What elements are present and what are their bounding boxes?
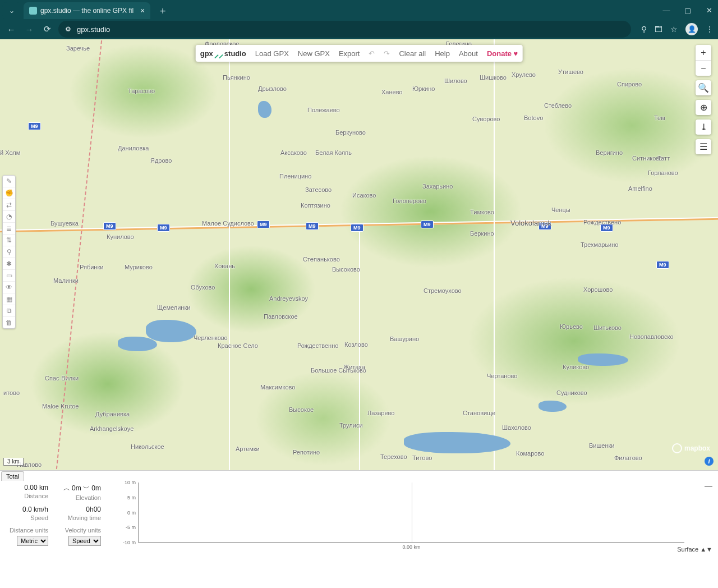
tab-search-button[interactable]: ⌄ bbox=[2, 2, 21, 19]
place-label: Степаньково bbox=[303, 256, 340, 263]
place-label: Юрьево bbox=[560, 323, 583, 330]
velocity-units-select[interactable]: Speed bbox=[68, 536, 101, 546]
place-label: Шилово bbox=[444, 77, 467, 84]
tool-edit-icon[interactable]: ✎ bbox=[3, 176, 15, 187]
place-label: Стеблево bbox=[544, 102, 572, 109]
tool-hide-icon[interactable]: 👁 bbox=[3, 282, 15, 293]
elevation-label: Elevation bbox=[76, 494, 101, 501]
collapse-chart-icon[interactable]: — bbox=[705, 481, 712, 490]
chart-y-tick: -10 m bbox=[123, 540, 136, 545]
new-tab-button[interactable]: + bbox=[155, 3, 171, 19]
close-tab-icon[interactable]: × bbox=[140, 6, 145, 15]
place-label: итово bbox=[3, 389, 20, 396]
download-icon[interactable]: ⤓ bbox=[696, 120, 711, 135]
place-label: Малинки bbox=[53, 277, 79, 284]
menu-export[interactable]: Export bbox=[339, 49, 360, 58]
tool-timer-icon[interactable]: ◔ bbox=[3, 211, 15, 223]
tool-route-icon[interactable]: ⇄ bbox=[3, 199, 15, 211]
url-bar[interactable]: ⚙ gpx.studio bbox=[58, 21, 631, 38]
site-settings-icon[interactable]: ⚙ bbox=[65, 25, 71, 33]
place-label: Утишево bbox=[558, 68, 583, 75]
place-label: Терехово bbox=[380, 453, 407, 460]
menu-about[interactable]: About bbox=[459, 49, 478, 58]
place-label: Куликово bbox=[563, 364, 589, 370]
tool-delete-icon[interactable]: 🗑 bbox=[3, 317, 15, 328]
distance-value: 0.00 km bbox=[24, 484, 48, 491]
locate-icon[interactable]: ⊕ bbox=[696, 100, 711, 115]
place-label: Дрызлово bbox=[258, 85, 287, 92]
mapbox-icon bbox=[672, 443, 682, 453]
mapbox-logo[interactable]: mapbox bbox=[672, 443, 710, 453]
app-logo[interactable]: gpx ⸝⸝ studio bbox=[200, 48, 246, 58]
total-tab[interactable]: Total bbox=[1, 471, 24, 481]
menu-donate[interactable]: Donate ♥ bbox=[487, 49, 518, 58]
distance-units-select[interactable]: Metric bbox=[17, 536, 48, 546]
nav-reload-icon[interactable]: ⟳ bbox=[40, 24, 54, 34]
window-minimize-icon[interactable]: ― bbox=[661, 6, 672, 15]
tool-image-icon[interactable]: ▦ bbox=[3, 293, 15, 305]
place-label: Volokolamsk bbox=[510, 219, 551, 227]
zoom-out-button[interactable]: − bbox=[696, 60, 711, 76]
menu-load-gpx[interactable]: Load GPX bbox=[255, 49, 289, 58]
tool-merge-icon[interactable]: ⧉ bbox=[3, 305, 15, 317]
place-label: Рождествено bbox=[583, 219, 621, 226]
place-label: Максимково bbox=[260, 384, 295, 391]
place-label: Беркуново bbox=[335, 129, 366, 136]
place-label: Чертаново bbox=[487, 373, 517, 379]
tool-waypoint-icon[interactable]: ⚲ bbox=[3, 246, 15, 258]
zoom-in-button[interactable]: + bbox=[696, 45, 711, 60]
menu-new-gpx[interactable]: New GPX bbox=[298, 49, 330, 58]
chart-plot[interactable]: 0.00 km bbox=[138, 483, 684, 543]
map-controls: + − 🔍 ⊕ ⤓ ☰ bbox=[696, 45, 711, 154]
place-label: Тем bbox=[654, 114, 665, 121]
place-label: Хрулево bbox=[512, 71, 536, 78]
place-label: Никольское bbox=[131, 443, 164, 450]
search-icon[interactable]: 🔍 bbox=[696, 80, 711, 95]
place-label: Рождественно bbox=[297, 342, 338, 349]
place-label: Голоперово bbox=[393, 197, 426, 204]
tool-reverse-icon[interactable]: ⇅ bbox=[3, 235, 15, 246]
place-label: Andreyevskoy bbox=[269, 295, 308, 302]
surface-toggle[interactable]: Surface ▲▼ bbox=[677, 546, 712, 553]
place-label: Белая Колпь bbox=[315, 149, 352, 156]
url-text: gpx.studio bbox=[77, 25, 110, 34]
undo-icon[interactable]: ↶ bbox=[369, 49, 375, 58]
tool-hand-icon[interactable]: ✊ bbox=[3, 187, 15, 199]
nav-back-icon[interactable]: ← bbox=[4, 25, 18, 34]
chart-y-tick: -5 m bbox=[126, 525, 136, 530]
browser-tab[interactable]: gpx.studio — the online GPX fil × bbox=[24, 2, 150, 19]
redo-icon[interactable]: ↷ bbox=[384, 49, 390, 58]
place-label: Пьянкино bbox=[223, 74, 250, 81]
left-toolbar: ✎ ✊ ⇄ ◔ ≣ ⇅ ⚲ ✱ ▭ 👁 ▦ ⧉ 🗑 bbox=[2, 175, 16, 329]
layers-icon[interactable]: ☰ bbox=[696, 139, 711, 154]
bookmark-icon[interactable]: ☆ bbox=[670, 25, 678, 34]
tool-list-icon[interactable]: ≣ bbox=[3, 223, 15, 235]
location-icon[interactable]: ⚲ bbox=[641, 25, 647, 34]
place-label: Пленицино bbox=[279, 173, 311, 180]
road-shield: M9 bbox=[257, 220, 270, 228]
window-close-icon[interactable]: ✕ bbox=[703, 6, 715, 15]
place-label: Затесово bbox=[305, 186, 332, 193]
profile-avatar[interactable]: 👤 bbox=[685, 23, 698, 35]
place-label: й Холм bbox=[0, 149, 20, 156]
place-label: Тарасово bbox=[128, 88, 155, 94]
menu-help[interactable]: Help bbox=[435, 49, 450, 58]
place-label: Спас-Вилки bbox=[45, 375, 79, 382]
map-info-icon[interactable]: i bbox=[705, 457, 714, 466]
arrow-up-icon: ︿ bbox=[63, 484, 70, 492]
tool-crop-icon[interactable]: ▭ bbox=[3, 270, 15, 282]
translate-icon[interactable]: 🗔 bbox=[655, 25, 662, 34]
place-label: Дубранивка bbox=[95, 411, 130, 417]
kebab-menu-icon[interactable]: ⋮ bbox=[706, 25, 714, 34]
tab-title: gpx.studio — the online GPX fil bbox=[40, 7, 134, 15]
place-label: Хорошово bbox=[583, 286, 613, 293]
place-label: Татт bbox=[657, 155, 670, 162]
window-maximize-icon[interactable]: ▢ bbox=[682, 6, 693, 15]
road-shield: M9 bbox=[28, 122, 41, 130]
menu-clear-all[interactable]: Clear all bbox=[399, 49, 426, 58]
speed-value: 0.0 km/h bbox=[22, 506, 48, 513]
place-label: Комарово bbox=[516, 450, 544, 457]
map-canvas[interactable]: M9M9M9M9M9M9M9M9M9M9 ФроловскоеТарасовоП… bbox=[0, 39, 718, 470]
elevation-chart[interactable]: — 10 m5 m0 m-5 m-10 m 0.00 km Surface ▲▼ bbox=[118, 480, 718, 554]
tool-compress-icon[interactable]: ✱ bbox=[3, 258, 15, 270]
